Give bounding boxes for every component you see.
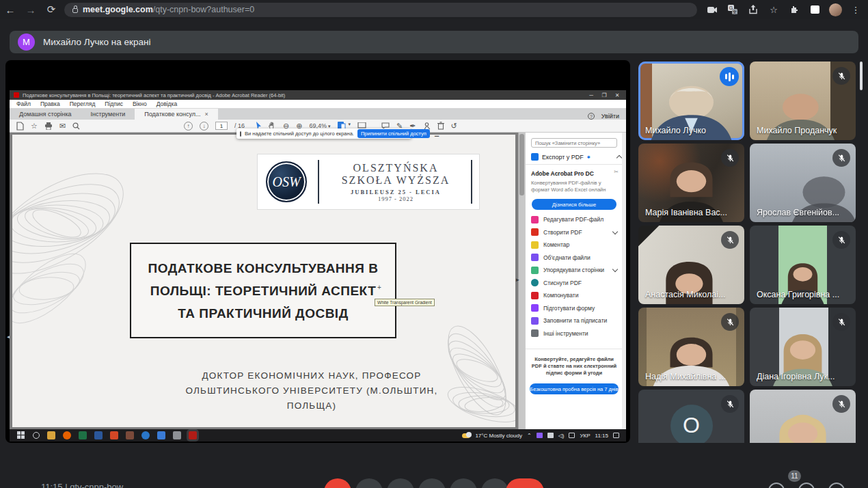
bookmark-star-icon[interactable]: ☆ [765, 1, 782, 18]
menu-help[interactable]: Довідка [157, 100, 178, 107]
end-call-button[interactable] [506, 478, 544, 488]
taskbar-clock[interactable]: 11:15 [595, 433, 608, 439]
page-number-input[interactable]: 1 [215, 122, 228, 130]
camera-button[interactable] [355, 478, 383, 488]
maximize-icon[interactable]: ❐ [599, 92, 609, 98]
participant-tile[interactable]: Михайло Проданчук [750, 62, 856, 140]
acrobat-taskbar-icon[interactable] [189, 431, 197, 439]
photos-app-icon[interactable] [126, 431, 134, 439]
panel-scrollbar[interactable] [622, 133, 626, 429]
display-icon[interactable] [547, 433, 554, 438]
minimize-notification-icon[interactable]: ▁ [435, 131, 439, 137]
tab-document[interactable]: Податкове консул...× [135, 109, 218, 120]
tool-organize-pages[interactable]: Упорядкувати сторінки [526, 264, 623, 277]
volume-icon[interactable]: ◁) [558, 433, 565, 439]
stamp-icon[interactable] [423, 122, 431, 130]
close-icon[interactable]: ✕ [612, 92, 622, 98]
tool-fill-sign[interactable]: Заповнити та підписати [526, 314, 623, 327]
tools-search-input[interactable] [531, 138, 617, 148]
chevron-down-icon[interactable] [612, 229, 618, 234]
menu-view[interactable]: Перегляд [70, 100, 96, 107]
sign-in-link[interactable]: Увійти [601, 113, 619, 120]
save-file-icon[interactable] [16, 122, 24, 131]
menu-sign[interactable]: Підпис [105, 100, 123, 107]
teams-icon[interactable] [157, 431, 165, 439]
stop-sharing-button[interactable]: Припинити спільний доступ [357, 129, 430, 138]
back-icon[interactable]: ← [0, 4, 21, 16]
people-panel-icon[interactable] [768, 483, 785, 488]
chevron-down-icon[interactable] [612, 267, 618, 272]
browser-app-icon[interactable] [141, 431, 150, 439]
acrobat-pro-promo: Adobe Acrobat Pro DC ✂ Конвертування PDF… [526, 164, 623, 210]
tool-comment[interactable]: Коментар [526, 239, 623, 252]
participant-tile[interactable]: Анастасія Миколаі... [638, 226, 744, 304]
tiles-scrollbar[interactable] [860, 62, 863, 90]
captions-button[interactable]: cc [387, 478, 414, 488]
share-icon[interactable] [745, 1, 761, 18]
mic-button[interactable] [324, 478, 351, 488]
firefox-icon[interactable] [63, 431, 71, 439]
favorite-star-icon[interactable]: ☆ [31, 122, 38, 131]
chat-panel-icon[interactable] [798, 483, 815, 488]
tray-expand-icon[interactable]: ⌃ [527, 433, 532, 439]
powerpoint-icon[interactable] [110, 431, 118, 439]
menu-window[interactable]: Вікно [133, 100, 147, 107]
tool-prepare-form[interactable]: Підготувати форму [526, 302, 623, 315]
menu-edit[interactable]: Правка [40, 100, 60, 107]
extensions-icon[interactable] [786, 1, 802, 18]
tab-home[interactable]: Домашня сторінка [10, 109, 81, 120]
export-pdf-row[interactable]: Експорт у PDF ✱ [531, 153, 621, 161]
tool-edit-pdf[interactable]: Редагувати PDF-файл [526, 213, 623, 226]
print-icon[interactable] [44, 122, 53, 130]
browser-menu-icon[interactable]: ⋮ [847, 1, 864, 18]
reload-icon[interactable]: ⟳ [41, 3, 62, 16]
weather-text[interactable]: 17°C Mostly cloudy [475, 433, 522, 439]
side-panel-icon[interactable] [806, 1, 823, 18]
translate-icon[interactable]: G文 [724, 1, 741, 18]
email-icon[interactable]: ✉ [59, 122, 66, 131]
menu-file[interactable]: Файл [16, 100, 31, 107]
participant-tile[interactable]: Марія Іванівна Вас... [638, 144, 744, 222]
camera-icon[interactable] [704, 1, 720, 18]
minimize-icon[interactable]: ─ [586, 92, 596, 98]
free-trial-button[interactable]: Безкоштовна пробна версія на 7 днів [530, 383, 619, 394]
taskbar-search-icon[interactable] [33, 432, 40, 439]
learn-more-button[interactable]: Дізнатися більше [532, 199, 616, 210]
browser-profile-avatar[interactable] [827, 1, 843, 18]
participant-tile[interactable]: Діана Ігорівна Лук... [750, 308, 856, 386]
participant-tile[interactable]: Надія Михайлівна ... [638, 308, 744, 386]
tab-close-icon[interactable]: × [205, 111, 208, 118]
next-page-icon[interactable]: ↓ [200, 122, 208, 131]
raise-hand-button[interactable] [450, 478, 477, 488]
participant-tile[interactable]: Ярослав Євгенійов... [750, 144, 856, 222]
file-explorer-icon[interactable] [47, 431, 55, 439]
tool-compose[interactable]: Компонувати [526, 289, 623, 302]
tool-combine-files[interactable]: Об'єднати файли [526, 252, 623, 265]
tool-create-pdf[interactable]: Створити PDF [526, 226, 623, 239]
participant-tile[interactable]: Оксана Григорівна ... [750, 226, 856, 304]
participant-tile[interactable]: Михайло Лучко [638, 62, 744, 140]
tool-more-tools[interactable]: Інші інструменти [526, 327, 623, 340]
notification-center-icon[interactable] [613, 433, 619, 438]
word-icon[interactable] [94, 431, 103, 439]
chevron-right-icon[interactable]: ▸ [516, 276, 519, 283]
activities-panel-icon[interactable] [828, 483, 845, 488]
viewer-app-icon[interactable] [173, 431, 181, 439]
tab-tools[interactable]: Інструменти [81, 109, 135, 120]
search-icon[interactable] [72, 122, 80, 130]
tool-compress-pdf[interactable]: Стиснути PDF [526, 277, 623, 290]
excel-icon[interactable] [79, 431, 87, 439]
address-bar[interactable]: meet.google.com/qty-cnpn-bow?authuser=0 [64, 3, 697, 17]
help-icon[interactable]: ? [588, 113, 595, 120]
tray-app-icon[interactable] [537, 433, 543, 438]
expand-icon[interactable] [240, 131, 241, 137]
language-indicator[interactable]: УКР [580, 433, 590, 439]
more-options-button[interactable]: ⋮ [481, 478, 508, 488]
previous-page-icon[interactable]: ↑ [184, 122, 193, 131]
start-button-icon[interactable] [17, 431, 25, 439]
refresh-icon[interactable]: ↺ [451, 122, 457, 131]
present-button[interactable] [418, 478, 446, 488]
forward-icon[interactable]: → [21, 4, 41, 16]
delete-icon[interactable] [437, 122, 444, 130]
chevron-up-icon[interactable] [616, 155, 622, 161]
